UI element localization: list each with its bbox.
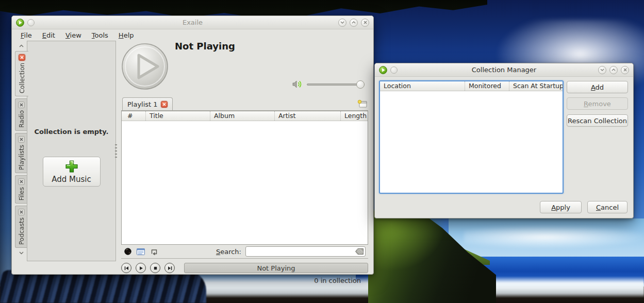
window-menu-button[interactable] [390,66,398,74]
volume-icon[interactable] [292,80,303,89]
play-icon [121,43,169,90]
plus-icon [64,159,79,174]
stop-button[interactable] [150,263,160,273]
volume-handle[interactable] [356,80,365,89]
close-icon [20,56,24,59]
close-button[interactable] [361,19,369,27]
column-album[interactable]: Album [210,111,274,121]
pane-resize-handle[interactable] [115,144,117,158]
close-icon [364,21,367,24]
next-icon [168,266,172,271]
column-artist[interactable]: Artist [274,111,340,121]
chevron-up-icon [612,69,616,71]
column-number[interactable]: # [122,111,145,121]
column-location[interactable]: Location [380,81,465,91]
sidebar-tab-label: Radio [19,110,25,128]
menu-help[interactable]: Help [114,30,139,40]
volume-slider[interactable] [307,80,365,89]
close-icon [20,103,23,107]
screen: Exaile File Edit View Tools Help [0,0,644,303]
menu-edit[interactable]: Edit [38,30,60,40]
sidebar-tab-radio[interactable]: Radio [15,98,27,131]
maximize-button[interactable] [609,66,618,74]
chevron-down-icon [340,21,344,24]
menu-tools[interactable]: Tools [87,30,113,40]
menubar: File Edit View Tools Help [12,29,139,41]
close-icon [162,103,166,106]
menu-file[interactable]: File [16,30,37,40]
previous-button[interactable] [121,263,131,273]
playlist-tab-close-icon[interactable] [161,101,168,108]
exaile-logo-icon[interactable] [16,19,24,27]
search-input[interactable] [245,246,366,257]
chevron-up-icon [352,21,356,24]
dialog-titlebar[interactable]: Collection Manager [375,63,633,77]
sidebar-tab-podcasts[interactable]: Podcasts [15,206,27,248]
tab-close-icon[interactable] [19,54,25,61]
add-music-label: Add Music [52,175,91,184]
rescan-collection-button[interactable]: Rescan Collection [567,114,628,127]
volume-control [292,80,365,89]
bg-horizon-cloud [464,226,644,248]
collection-locations-table[interactable]: Location Monitored Scan At Startup [379,80,564,194]
minimize-button[interactable] [598,66,606,74]
exaile-titlebar[interactable]: Exaile [12,16,373,29]
new-playlist-icon[interactable] [357,99,367,108]
column-length[interactable]: Length [340,111,368,121]
remove-button[interactable]: Remove [567,97,628,110]
now-playing-heading: Not Playing [175,41,235,52]
close-icon [20,138,23,141]
exaile-logo-icon[interactable] [379,66,387,74]
collection-empty-text: Collection is empty. [27,128,115,136]
play-icon [139,266,143,271]
search-clear-icon[interactable] [355,248,364,255]
previous-icon [124,266,129,271]
bg-cliff-moss [368,209,445,271]
tab-close-icon[interactable] [18,209,25,215]
collection-panel: Collection is empty. Add Music [27,41,116,261]
playlist-tab-label: Playlist 1 [127,100,158,108]
add-music-button[interactable]: Add Music [43,157,101,187]
sidebar-tab-label: Podcasts [19,217,25,245]
playlist-toolbar: Search: [121,245,368,259]
exaile-window: Exaile File Edit View Tools Help [11,15,374,275]
maximize-button[interactable] [350,19,358,27]
sidebar-scroll-down[interactable] [15,250,27,256]
sidebar-tab-label: Collection [19,63,25,93]
playlist-tab[interactable]: Playlist 1 [122,97,173,110]
add-button[interactable]: Add [567,81,628,93]
playlist-tabbar: Playlist 1 [121,97,368,111]
sidebar-tab-label: Playlists [19,145,25,170]
big-play-button[interactable] [121,43,169,90]
seek-bar-text: Not Playing [257,264,295,272]
seek-bar[interactable]: Not Playing [184,263,368,273]
chevron-down-icon [19,251,24,255]
sidebar-tab-collection[interactable]: Collection [15,51,28,96]
track-table[interactable]: # Title Album Artist Length [121,111,368,245]
collection-count-status: 0 in collection [314,277,361,284]
dynamic-playlist-icon[interactable] [124,248,131,255]
playback-controls: Not Playing [121,262,368,274]
playlist-view-icon[interactable] [137,248,145,255]
minimize-button[interactable] [338,19,346,27]
dialog-title: Collection Manager [375,66,633,74]
next-button[interactable] [164,263,175,273]
tab-close-icon[interactable] [18,102,25,108]
sidebar-tab-playlists[interactable]: Playlists [15,133,27,173]
sidebar-scroll-up[interactable] [15,43,27,49]
sidebar-tab-files[interactable]: Files [15,175,27,204]
cancel-button[interactable]: Cancel [587,201,628,213]
column-title[interactable]: Title [145,111,210,121]
column-scan-at-startup[interactable]: Scan At Startup [509,81,563,91]
search-box [245,246,366,257]
collection-manager-dialog: Collection Manager Location Monitored Sc… [374,63,634,218]
queue-icon[interactable] [150,248,158,255]
apply-button[interactable]: Apply [540,201,582,213]
tab-close-icon[interactable] [18,178,25,185]
play-button[interactable] [136,263,146,273]
column-monitored[interactable]: Monitored [465,81,509,91]
window-menu-button[interactable] [27,19,35,26]
close-button[interactable] [621,66,629,74]
menu-view[interactable]: View [61,30,86,40]
tab-close-icon[interactable] [18,136,25,143]
